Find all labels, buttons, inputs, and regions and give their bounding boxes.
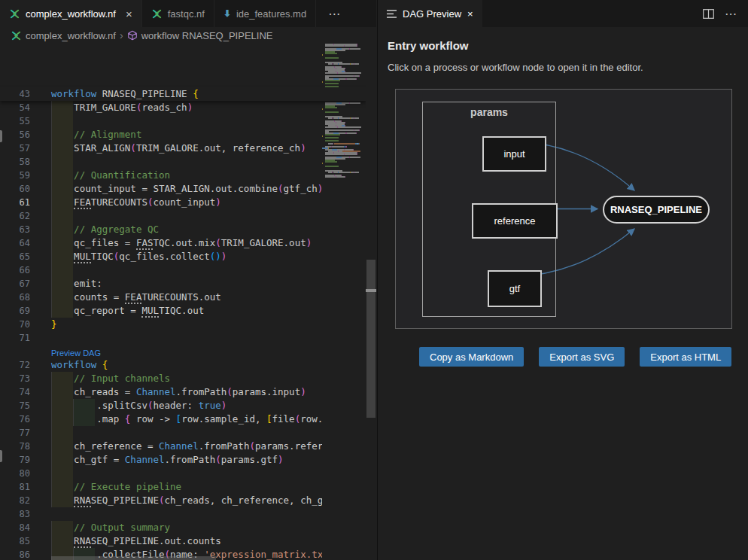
- dag-node-rnaseq-pipeline[interactable]: RNASEQ_PIPELINE: [603, 196, 710, 224]
- code-line-83[interactable]: 83: [0, 507, 322, 521]
- code-token: TURECOUNTS.out: [141, 291, 220, 303]
- sticky-scroll-line[interactable]: 43workflow RNASEQ_PIPELINE {: [0, 87, 366, 101]
- code-line-56[interactable]: 56 // Alignment: [0, 128, 322, 142]
- code-text: // Execute pipeline: [51, 480, 181, 494]
- code-line-58[interactable]: 58: [0, 155, 322, 169]
- line-number: 82: [0, 494, 30, 507]
- code-line-77[interactable]: 77: [0, 426, 322, 440]
- breadcrumb-file[interactable]: complex_workflow.nf: [26, 30, 116, 41]
- code-token: {: [193, 88, 199, 99]
- code-line-76[interactable]: 76 .map { row -> [row.sample_id, [file(r…: [0, 412, 322, 426]
- minimap-line: [322, 117, 365, 119]
- tab-fastqc-nf[interactable]: fastqc.nf: [142, 0, 214, 27]
- code-token: FAS: [136, 237, 154, 250]
- horizontal-scrollbar-slider[interactable]: [51, 556, 216, 560]
- code-line-57[interactable]: 57 STAR_ALIGN(TRIM_GALORE.out, reference…: [0, 142, 322, 155]
- code-text: ch_reads = Channel.fromPath(params.input…: [51, 385, 306, 399]
- code-line-72[interactable]: 72workflow {: [0, 358, 322, 372]
- code-line-60[interactable]: 60 count_input = STAR_ALIGN.out.combine(…: [0, 182, 322, 196]
- tab-ide-features-md[interactable]: ⬇ide_features.md: [214, 0, 316, 27]
- code-line-61[interactable]: 61 FEATURECOUNTS(count_input): [0, 196, 322, 209]
- horizontal-scrollbar[interactable]: [51, 555, 322, 560]
- nextflow-icon: [9, 8, 20, 20]
- codelens-row[interactable]: Preview DAG: [0, 345, 322, 358]
- dag-node-gtf[interactable]: gtf: [488, 270, 542, 307]
- code-line-73[interactable]: 73 // Input channels: [0, 372, 322, 385]
- code-line-69[interactable]: 69 qc_report = MULTIQC.out: [0, 304, 322, 318]
- tab-dag-preview[interactable]: DAG Preview ×: [378, 0, 482, 27]
- vertical-scrollbar-slider[interactable]: [366, 260, 376, 418]
- left-edge-decoration: [0, 450, 2, 462]
- code-line-67[interactable]: 67 emit:: [0, 277, 322, 291]
- breadcrumb: complex_workflow.nf › workflow RNASEQ_PI…: [0, 27, 376, 44]
- code-line-78[interactable]: 78 ch_reference = Channel.fromPath(param…: [0, 440, 322, 453]
- tab-complex-workflow-nf[interactable]: complex_workflow.nf×: [0, 0, 142, 27]
- code-line-82[interactable]: 82 RNASEQ_PIPELINE(ch_reads, ch_referenc…: [0, 494, 322, 507]
- vertical-scrollbar[interactable]: [366, 44, 376, 560]
- code-text: MULTIQC(qc_files.collect()): [51, 250, 227, 263]
- code-token: header:: [153, 400, 198, 411]
- more-actions-icon[interactable]: ⋯: [719, 7, 743, 21]
- split-editor-icon[interactable]: [703, 9, 714, 19]
- code-line-68[interactable]: 68 counts = FEATURECOUNTS.out: [0, 291, 322, 304]
- code-line-55[interactable]: 55: [0, 114, 322, 128]
- code-line-65[interactable]: 65 MULTIQC(qc_files.collect()): [0, 250, 322, 263]
- code-text: RNASEQ_PIPELINE.out.counts: [51, 534, 221, 548]
- copy-as-markdown-button[interactable]: Copy as Markdown: [419, 347, 524, 367]
- tab-label: fastqc.nf: [168, 8, 205, 20]
- code-line-59[interactable]: 59 // Quantification: [0, 169, 322, 182]
- code-token: ): [221, 251, 227, 262]
- indent-guide-band: [51, 263, 73, 277]
- code-line-71[interactable]: 71: [0, 331, 322, 345]
- code-token: (: [215, 237, 221, 248]
- breadcrumb-separator: ›: [120, 29, 123, 41]
- code-line-84[interactable]: 84 // Output summary: [0, 521, 322, 534]
- editor-group: complex_workflow.nf×fastqc.nf⬇ide_featur…: [0, 0, 376, 560]
- minimap-line: [322, 63, 365, 65]
- code-text: RNASEQ_PIPELINE(ch_reads, ch_reference, …: [51, 494, 334, 507]
- code-token: emit:: [51, 278, 102, 289]
- code-line-85[interactable]: 85 RNASEQ_PIPELINE.out.counts: [0, 534, 322, 548]
- minimap[interactable]: [322, 44, 365, 560]
- more-actions-icon[interactable]: ⋯: [322, 7, 347, 21]
- close-icon[interactable]: ×: [467, 8, 473, 20]
- code-line-75[interactable]: 75 .splitCsv(header: true): [0, 399, 322, 412]
- code-token: STAR_ALIGN: [51, 142, 130, 154]
- code-token: qc_files =: [51, 237, 136, 248]
- code-token: (: [215, 454, 221, 465]
- code-token: ): [300, 142, 306, 154]
- code-token: params.input: [233, 386, 300, 397]
- code-line-80[interactable]: 80: [0, 467, 322, 480]
- line-number: 61: [0, 196, 30, 209]
- markdown-icon: ⬇: [223, 8, 231, 19]
- code-text: // Aggregate QC: [51, 223, 159, 236]
- code-line-66[interactable]: 66: [0, 263, 322, 277]
- breadcrumb-symbol[interactable]: workflow RNASEQ_PIPELINE: [141, 30, 273, 41]
- code-token: count_input: [153, 196, 215, 208]
- code-line-64[interactable]: 64 qc_files = FASTQC.out.mix(TRIM_GALORE…: [0, 236, 322, 250]
- dag-node-reference[interactable]: reference: [472, 203, 558, 239]
- close-icon[interactable]: ×: [126, 8, 132, 20]
- code-token: Channel: [159, 440, 199, 452]
- code-line-70[interactable]: 70}: [0, 318, 322, 331]
- code-line-43[interactable]: 43workflow RNASEQ_PIPELINE {: [0, 87, 366, 101]
- code-token: qc_report =: [51, 305, 141, 316]
- code-line-79[interactable]: 79 ch_gtf = Channel.fromPath(params.gtf): [0, 453, 322, 467]
- code-line-81[interactable]: 81 // Execute pipeline: [0, 480, 322, 494]
- code-editor[interactable]: 54 TRIM_GALORE(reads_ch)5556 // Alignmen…: [0, 44, 366, 560]
- ide-window: complex_workflow.nf×fastqc.nf⬇ide_featur…: [0, 0, 748, 560]
- code-token: [51, 251, 74, 262]
- code-text: TRIM_GALORE(reads_ch): [51, 101, 193, 114]
- line-number: 68: [0, 291, 30, 304]
- export-as-html-button[interactable]: Export as HTML: [640, 347, 731, 367]
- indent-guide-band: [51, 114, 73, 128]
- code-line-62[interactable]: 62: [0, 209, 322, 223]
- export-as-svg-button[interactable]: Export as SVG: [539, 347, 625, 367]
- minimap-line: [322, 172, 365, 173]
- minimap-line: [322, 126, 365, 128]
- code-line-54[interactable]: 54 TRIM_GALORE(reads_ch): [0, 101, 322, 114]
- code-token: [51, 495, 74, 506]
- dag-node-input[interactable]: input: [482, 136, 546, 172]
- code-line-63[interactable]: 63 // Aggregate QC: [0, 223, 322, 236]
- code-line-74[interactable]: 74 ch_reads = Channel.fromPath(params.in…: [0, 385, 322, 399]
